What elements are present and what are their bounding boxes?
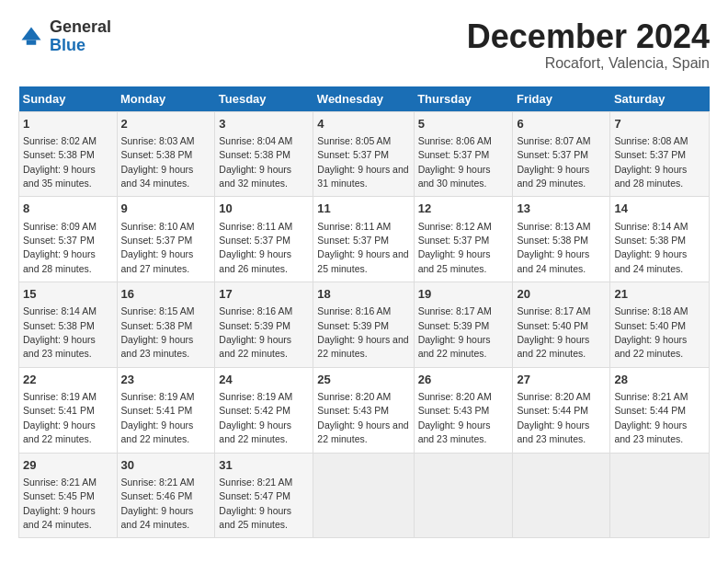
day-number: 25 [317,372,409,388]
cell-text: Sunrise: 8:19 AMSunset: 5:41 PMDaylight:… [121,391,195,444]
day-number: 29 [23,457,113,474]
day-number: 28 [614,372,705,388]
cell-text: Sunrise: 8:09 AMSunset: 5:37 PMDaylight:… [23,221,97,274]
day-number: 23 [121,372,211,388]
calendar-week-row: 15Sunrise: 8:14 AMSunset: 5:38 PMDayligh… [19,282,710,368]
calendar-week-row: 1Sunrise: 8:02 AMSunset: 5:38 PMDaylight… [19,111,710,197]
page-header: General Blue December 2024 Rocafort, Val… [18,18,710,72]
weekday-header: Tuesday [215,86,313,112]
calendar-cell: 7Sunrise: 8:08 AMSunset: 5:37 PMDaylight… [610,111,710,197]
title-block: December 2024 Rocafort, Valencia, Spain [467,18,710,72]
cell-text: Sunrise: 8:07 AMSunset: 5:37 PMDaylight:… [517,135,590,189]
cell-text: Sunrise: 8:21 AMSunset: 5:44 PMDaylight:… [614,391,688,444]
cell-text: Sunrise: 8:08 AMSunset: 5:37 PMDaylight:… [614,135,688,189]
svg-rect-1 [27,40,37,44]
calendar-cell: 31Sunrise: 8:21 AMSunset: 5:47 PMDayligh… [215,453,313,538]
calendar-cell: 21Sunrise: 8:18 AMSunset: 5:40 PMDayligh… [610,282,710,368]
cell-text: Sunrise: 8:13 AMSunset: 5:38 PMDaylight:… [517,221,590,274]
calendar-cell: 12Sunrise: 8:12 AMSunset: 5:37 PMDayligh… [414,197,513,282]
calendar-cell: 13Sunrise: 8:13 AMSunset: 5:38 PMDayligh… [513,197,610,282]
weekday-header-row: SundayMondayTuesdayWednesdayThursdayFrid… [19,86,710,112]
calendar-cell: 22Sunrise: 8:19 AMSunset: 5:41 PMDayligh… [19,367,118,453]
calendar-cell: 5Sunrise: 8:06 AMSunset: 5:37 PMDaylight… [414,111,513,197]
day-number: 20 [517,286,606,303]
calendar-cell: 2Sunrise: 8:03 AMSunset: 5:38 PMDaylight… [117,111,215,197]
cell-text: Sunrise: 8:20 AMSunset: 5:43 PMDaylight:… [418,391,492,444]
day-number: 26 [418,372,509,388]
cell-text: Sunrise: 8:20 AMSunset: 5:43 PMDaylight:… [317,391,408,444]
day-number: 6 [517,116,606,132]
calendar-week-row: 22Sunrise: 8:19 AMSunset: 5:41 PMDayligh… [19,367,710,453]
calendar-cell: 3Sunrise: 8:04 AMSunset: 5:38 PMDaylight… [215,111,313,197]
calendar-week-row: 8Sunrise: 8:09 AMSunset: 5:37 PMDaylight… [19,197,710,282]
logo-icon [18,24,44,50]
cell-text: Sunrise: 8:03 AMSunset: 5:38 PMDaylight:… [121,135,195,189]
calendar-cell: 17Sunrise: 8:16 AMSunset: 5:39 PMDayligh… [215,282,313,368]
weekday-header: Wednesday [313,86,414,112]
calendar-cell: 18Sunrise: 8:16 AMSunset: 5:39 PMDayligh… [313,282,414,368]
day-number: 13 [517,201,606,217]
calendar-cell: 28Sunrise: 8:21 AMSunset: 5:44 PMDayligh… [610,367,710,453]
cell-text: Sunrise: 8:02 AMSunset: 5:38 PMDaylight:… [23,135,97,189]
logo-blue: Blue [50,37,111,55]
cell-text: Sunrise: 8:11 AMSunset: 5:37 PMDaylight:… [317,221,408,274]
day-number: 31 [219,457,309,474]
day-number: 14 [614,201,705,217]
month-title: December 2024 [467,18,710,55]
calendar-cell: 6Sunrise: 8:07 AMSunset: 5:37 PMDaylight… [513,111,610,197]
day-number: 1 [23,116,113,132]
day-number: 3 [219,116,309,132]
logo: General Blue [18,18,111,55]
weekday-header: Thursday [414,86,513,112]
calendar-cell: 9Sunrise: 8:10 AMSunset: 5:37 PMDaylight… [117,197,215,282]
calendar-cell: 20Sunrise: 8:17 AMSunset: 5:40 PMDayligh… [513,282,610,368]
day-number: 22 [23,372,113,388]
calendar-week-row: 29Sunrise: 8:21 AMSunset: 5:45 PMDayligh… [19,453,710,538]
day-number: 2 [121,116,211,132]
cell-text: Sunrise: 8:21 AMSunset: 5:45 PMDaylight:… [23,477,97,530]
calendar-cell: 16Sunrise: 8:15 AMSunset: 5:38 PMDayligh… [117,282,215,368]
day-number: 21 [614,286,705,303]
weekday-header: Saturday [610,86,710,112]
cell-text: Sunrise: 8:17 AMSunset: 5:39 PMDaylight:… [418,305,492,359]
calendar-cell: 23Sunrise: 8:19 AMSunset: 5:41 PMDayligh… [117,367,215,453]
day-number: 18 [317,286,409,303]
logo-general: General [50,18,111,37]
weekday-header: Sunday [19,86,118,112]
weekday-header: Monday [117,86,215,112]
calendar-cell: 10Sunrise: 8:11 AMSunset: 5:37 PMDayligh… [215,197,313,282]
calendar-cell: 8Sunrise: 8:09 AMSunset: 5:37 PMDaylight… [19,197,118,282]
cell-text: Sunrise: 8:15 AMSunset: 5:38 PMDaylight:… [121,305,195,359]
calendar-table: SundayMondayTuesdayWednesdayThursdayFrid… [18,86,710,539]
cell-text: Sunrise: 8:14 AMSunset: 5:38 PMDaylight:… [614,221,688,274]
calendar-cell: 29Sunrise: 8:21 AMSunset: 5:45 PMDayligh… [19,453,118,538]
calendar-cell: 25Sunrise: 8:20 AMSunset: 5:43 PMDayligh… [313,367,414,453]
cell-text: Sunrise: 8:17 AMSunset: 5:40 PMDaylight:… [517,305,590,359]
day-number: 7 [614,116,705,132]
day-number: 8 [23,201,113,217]
calendar-cell: 11Sunrise: 8:11 AMSunset: 5:37 PMDayligh… [313,197,414,282]
calendar-cell [610,453,710,538]
svg-marker-0 [22,27,41,40]
calendar-cell: 1Sunrise: 8:02 AMSunset: 5:38 PMDaylight… [19,111,118,197]
day-number: 24 [219,372,309,388]
day-number: 27 [517,372,606,388]
day-number: 10 [219,201,309,217]
cell-text: Sunrise: 8:11 AMSunset: 5:37 PMDaylight:… [219,221,292,274]
day-number: 19 [418,286,509,303]
day-number: 4 [317,116,409,132]
calendar-cell: 4Sunrise: 8:05 AMSunset: 5:37 PMDaylight… [313,111,414,197]
calendar-cell: 15Sunrise: 8:14 AMSunset: 5:38 PMDayligh… [19,282,118,368]
calendar-cell [313,453,414,538]
calendar-cell: 27Sunrise: 8:20 AMSunset: 5:44 PMDayligh… [513,367,610,453]
calendar-cell: 26Sunrise: 8:20 AMSunset: 5:43 PMDayligh… [414,367,513,453]
calendar-cell: 24Sunrise: 8:19 AMSunset: 5:42 PMDayligh… [215,367,313,453]
calendar-cell [513,453,610,538]
cell-text: Sunrise: 8:18 AMSunset: 5:40 PMDaylight:… [614,305,688,359]
logo-text: General Blue [50,18,111,55]
cell-text: Sunrise: 8:16 AMSunset: 5:39 PMDaylight:… [317,305,408,359]
cell-text: Sunrise: 8:04 AMSunset: 5:38 PMDaylight:… [219,135,292,189]
calendar-cell: 14Sunrise: 8:14 AMSunset: 5:38 PMDayligh… [610,197,710,282]
cell-text: Sunrise: 8:12 AMSunset: 5:37 PMDaylight:… [418,221,492,274]
weekday-header: Friday [513,86,610,112]
